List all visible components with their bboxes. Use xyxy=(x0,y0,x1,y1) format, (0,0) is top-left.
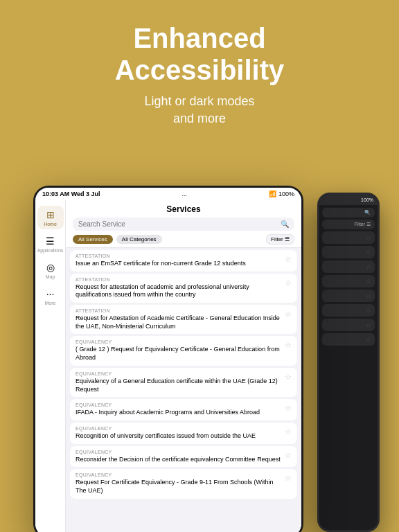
service-item-1[interactable]: ATTESTATION Request for attestation of a… xyxy=(70,274,297,303)
service-name: Equivalency of a General Education certi… xyxy=(76,378,282,393)
service-name: Request For Certificate Equivalency - Gr… xyxy=(76,479,282,495)
home-icon: ⊞ xyxy=(44,209,57,221)
favorite-icon[interactable]: ☆ xyxy=(285,404,292,413)
service-name: Reconsider the Decision of the certifica… xyxy=(76,456,282,464)
service-category: ATTESTATION xyxy=(76,277,282,282)
status-time: 10:03 AM Wed 3 Jul xyxy=(42,190,100,197)
search-input[interactable] xyxy=(78,220,277,228)
search-icon: 🔍 xyxy=(281,220,289,228)
content-header: Services 🔍 All Services All Categories F… xyxy=(66,200,301,248)
dark-body: 🔍 Filter ☰ ☆ ☆ ☆ ☆ ☆ ☆ ☆ ☆ xyxy=(319,205,378,530)
tab-map[interactable]: ◎ Map xyxy=(37,258,64,282)
favorite-icon[interactable]: ☆ xyxy=(285,341,292,350)
service-item-0[interactable]: ATTESTATION Issue an EmSAT certificate f… xyxy=(70,250,297,272)
chip-all-services[interactable]: All Services xyxy=(73,235,113,244)
service-category: ATTESTATION xyxy=(76,308,282,313)
favorite-icon[interactable]: ☆ xyxy=(285,255,292,264)
service-name: ( Grade 12 ) Request for Equivalency Cer… xyxy=(76,346,282,362)
tablet-dark: 100% 🔍 Filter ☰ ☆ ☆ ☆ ☆ ☆ ☆ ☆ ☆ xyxy=(317,193,380,532)
service-item-content: ATTESTATION Request for attestation of a… xyxy=(76,277,282,299)
service-item-content: ATTESTATION Issue an EmSAT certificate f… xyxy=(76,254,282,268)
service-item-content: ATTESTATION Request for Attestation of A… xyxy=(76,308,282,330)
dark-status-bar: 100% xyxy=(319,195,378,205)
dark-star-icon: ☆ xyxy=(366,292,371,299)
dark-filter-btn: Filter ☰ xyxy=(322,220,375,229)
service-item-content: EQUIVALENCY ( Grade 12 ) Request for Equ… xyxy=(76,339,282,362)
service-category: EQUIVALENCY xyxy=(76,472,282,477)
service-item-content: EQUIVALENCY IFADA - Inquiry about Academ… xyxy=(76,402,282,417)
service-item-3[interactable]: EQUIVALENCY ( Grade 12 ) Request for Equ… xyxy=(70,336,297,365)
content-title: Services xyxy=(73,204,294,214)
service-name: Issue an EmSAT certificate for non-curre… xyxy=(76,260,282,268)
service-category: EQUIVALENCY xyxy=(76,339,282,344)
service-name: Recognition of university certificates i… xyxy=(76,432,282,441)
service-category: EQUIVALENCY xyxy=(76,426,282,431)
service-item-content: EQUIVALENCY Recognition of university ce… xyxy=(76,426,282,441)
status-right: 📶 100% xyxy=(269,190,294,197)
favorite-icon[interactable]: ☆ xyxy=(285,310,292,319)
dark-star-icon: ☆ xyxy=(366,263,371,270)
favorite-icon[interactable]: ☆ xyxy=(285,427,292,436)
hero-subtitle: Light or dark modes and more xyxy=(0,93,399,127)
tab-home[interactable]: ⊞ Home xyxy=(37,206,64,229)
dark-list-item: ☆ xyxy=(322,260,375,273)
dark-list-item: ☆ xyxy=(322,333,375,346)
service-item-5[interactable]: EQUIVALENCY IFADA - Inquiry about Academ… xyxy=(70,399,297,420)
dark-list-item: ☆ xyxy=(322,275,375,287)
battery-text: 100% xyxy=(278,190,294,197)
tab-home-label: Home xyxy=(44,222,57,227)
service-item-content: EQUIVALENCY Reconsider the Decision of t… xyxy=(76,450,282,464)
dark-search-bar: 🔍 xyxy=(322,208,375,218)
favorite-icon[interactable]: ☆ xyxy=(285,278,292,287)
tab-more-label: More xyxy=(45,301,56,305)
tab-applications[interactable]: ☰ Applications xyxy=(37,232,64,256)
tab-more[interactable]: ··· More xyxy=(37,285,64,308)
tab-applications-label: Applications xyxy=(37,248,64,253)
tablets-container: 100% 🔍 Filter ☰ ☆ ☆ ☆ ☆ ☆ ☆ ☆ ☆ xyxy=(19,165,380,532)
dark-list-item: ☆ xyxy=(322,246,375,258)
dark-list-item: ☆ xyxy=(322,319,375,331)
status-dots: ... xyxy=(181,190,187,197)
dark-battery: 100% xyxy=(361,197,373,202)
dark-list-item: ☆ xyxy=(322,290,375,302)
tablet-light: 10:03 AM Wed 3 Jul ... 📶 100% ⊞ Home ☰ xyxy=(33,186,303,532)
dark-list-item: ☆ xyxy=(322,231,375,244)
dark-star-icon: ☆ xyxy=(366,307,371,314)
service-item-6[interactable]: EQUIVALENCY Recognition of university ce… xyxy=(70,423,297,444)
tab-map-label: Map xyxy=(46,274,55,279)
tab-bar: ⊞ Home ☰ Applications ◎ Map ··· More xyxy=(35,200,66,532)
main-content: Services 🔍 All Services All Categories F… xyxy=(66,200,301,532)
map-icon: ◎ xyxy=(44,261,57,274)
service-name: Request for attestation of academic and … xyxy=(76,283,282,299)
search-bar[interactable]: 🔍 xyxy=(73,218,294,231)
favorite-icon[interactable]: ☆ xyxy=(285,451,292,460)
service-item-7[interactable]: EQUIVALENCY Reconsider the Decision of t… xyxy=(70,446,297,468)
service-category: EQUIVALENCY xyxy=(76,402,282,407)
service-item-4[interactable]: EQUIVALENCY Equivalency of a General Edu… xyxy=(70,368,297,397)
tablet-body: ⊞ Home ☰ Applications ◎ Map ··· More xyxy=(35,200,301,532)
applications-icon: ☰ xyxy=(44,235,57,247)
service-item-content: EQUIVALENCY Equivalency of a General Edu… xyxy=(76,371,282,393)
hero-title: Enhanced Accessibility xyxy=(0,22,399,86)
wifi-icon: 📶 xyxy=(269,190,276,197)
filter-row: All Services All Categories Filter ☰ xyxy=(73,234,294,245)
service-category: ATTESTATION xyxy=(76,254,282,258)
dark-search-icon: 🔍 xyxy=(364,210,371,215)
dark-list-item: ☆ xyxy=(322,304,375,317)
dark-star-icon: ☆ xyxy=(366,278,371,285)
chip-all-categories[interactable]: All Categories xyxy=(116,235,162,244)
service-list: ATTESTATION Issue an EmSAT certificate f… xyxy=(66,248,301,532)
hero-section: Enhanced Accessibility Light or dark mod… xyxy=(0,0,399,141)
service-item-2[interactable]: ATTESTATION Request for Attestation of A… xyxy=(70,305,297,334)
filter-button[interactable]: Filter ☰ xyxy=(266,234,294,245)
service-name: Request for Attestation of Academic Cert… xyxy=(76,314,282,330)
dark-star-icon: ☆ xyxy=(366,249,371,256)
favorite-icon[interactable]: ☆ xyxy=(285,373,292,382)
service-name: IFADA - Inquiry about Academic Programs … xyxy=(76,409,282,417)
service-item-8[interactable]: EQUIVALENCY Request For Certificate Equi… xyxy=(70,469,297,498)
dark-star-icon: ☆ xyxy=(366,321,371,328)
dark-star-icon: ☆ xyxy=(366,336,371,343)
favorite-icon[interactable]: ☆ xyxy=(285,474,292,483)
more-icon: ··· xyxy=(44,287,57,300)
service-item-content: EQUIVALENCY Request For Certificate Equi… xyxy=(76,472,282,495)
